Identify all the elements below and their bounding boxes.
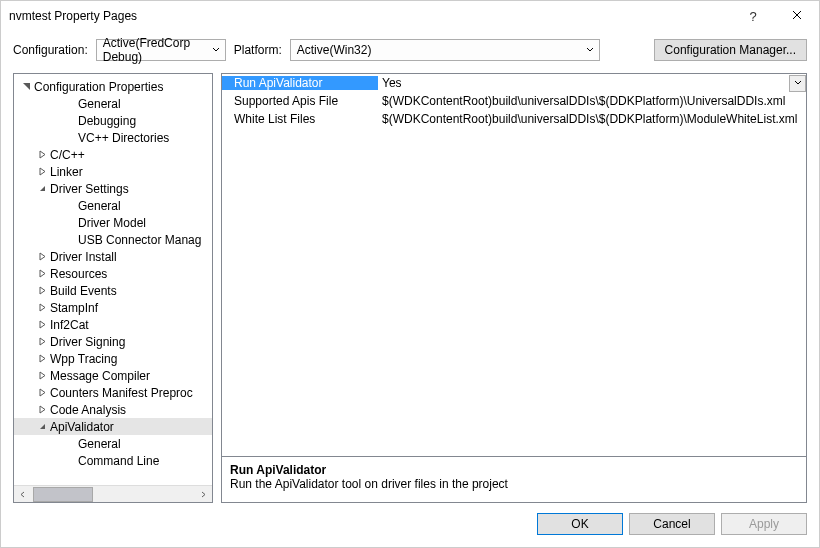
apply-button: Apply — [721, 513, 807, 535]
configuration-value: Active(FredCorp Debug) — [97, 36, 207, 64]
tree-item[interactable]: ApiValidator — [14, 418, 212, 435]
tree-item[interactable]: Driver Install — [14, 248, 212, 265]
tree-root-label: Configuration Properties — [34, 80, 163, 94]
property-value-text: $(WDKContentRoot)build\universalDDIs\$(D… — [382, 94, 785, 108]
configuration-manager-label: Configuration Manager... — [665, 43, 796, 57]
tree-item-label: Wpp Tracing — [50, 352, 117, 366]
tree-item[interactable]: Inf2Cat — [14, 316, 212, 333]
tree-item[interactable]: Linker — [14, 163, 212, 180]
window-title: nvmtest Property Pages — [9, 9, 731, 23]
property-row[interactable]: Supported Apis File$(WDKContentRoot)buil… — [222, 92, 806, 110]
main-area: Configuration Properties GeneralDebuggin… — [1, 69, 819, 503]
tree-item[interactable]: Resources — [14, 265, 212, 282]
tree-item[interactable]: StampInf — [14, 299, 212, 316]
tree-item-label: General — [78, 97, 121, 111]
tree-item[interactable]: Build Events — [14, 282, 212, 299]
tree-item[interactable]: General — [14, 435, 212, 452]
tree-item[interactable]: Counters Manifest Preproc — [14, 384, 212, 401]
tree-item[interactable]: C/C++ — [14, 146, 212, 163]
property-value-text: $(WDKContentRoot)build\universalDDIs\$(D… — [382, 112, 797, 126]
tree[interactable]: Configuration Properties GeneralDebuggin… — [14, 74, 212, 485]
cancel-button[interactable]: Cancel — [629, 513, 715, 535]
tree-root[interactable]: Configuration Properties — [14, 78, 212, 95]
tree-pane: Configuration Properties GeneralDebuggin… — [13, 73, 213, 503]
property-name: Supported Apis File — [222, 94, 378, 108]
tree-item-label: Counters Manifest Preproc — [50, 386, 193, 400]
tree-item[interactable]: Driver Settings — [14, 180, 212, 197]
platform-combo[interactable]: Active(Win32) — [290, 39, 600, 61]
tree-item-label: Resources — [50, 267, 107, 281]
tree-item-label: Driver Settings — [50, 182, 129, 196]
close-icon — [792, 9, 802, 23]
horizontal-scrollbar[interactable] — [14, 485, 212, 502]
property-name: White List Files — [222, 112, 378, 126]
tree-item[interactable]: USB Connector Manag — [14, 231, 212, 248]
triangle-right-icon — [36, 167, 48, 176]
chevron-down-icon — [207, 46, 225, 54]
window: nvmtest Property Pages ? Configuration: … — [0, 0, 820, 548]
property-value-text: Yes — [382, 76, 402, 90]
property-pane: Run ApiValidatorYesSupported Apis File$(… — [221, 73, 807, 503]
property-value[interactable]: $(WDKContentRoot)build\universalDDIs\$(D… — [378, 94, 806, 108]
tree-item-label: Inf2Cat — [50, 318, 89, 332]
tree-item-label: Message Compiler — [50, 369, 150, 383]
tree-item-label: USB Connector Manag — [78, 233, 201, 247]
help-button[interactable]: ? — [731, 1, 775, 31]
triangle-right-icon — [36, 388, 48, 397]
tree-item[interactable]: Driver Signing — [14, 333, 212, 350]
platform-label: Platform: — [234, 43, 282, 57]
tree-item-label: StampInf — [50, 301, 98, 315]
triangle-down-icon — [36, 184, 48, 193]
tree-item-label: Linker — [50, 165, 83, 179]
description-box: Run ApiValidator Run the ApiValidator to… — [222, 456, 806, 502]
configuration-manager-button[interactable]: Configuration Manager... — [654, 39, 807, 61]
ok-button[interactable]: OK — [537, 513, 623, 535]
apply-label: Apply — [749, 517, 779, 531]
triangle-right-icon — [36, 269, 48, 278]
tree-item[interactable]: Wpp Tracing — [14, 350, 212, 367]
close-button[interactable] — [775, 1, 819, 31]
tree-item-label: Driver Install — [50, 250, 117, 264]
property-row[interactable]: White List Files$(WDKContentRoot)build\u… — [222, 110, 806, 128]
property-row[interactable]: Run ApiValidatorYes — [222, 74, 806, 92]
tree-item[interactable]: General — [14, 95, 212, 112]
configuration-combo[interactable]: Active(FredCorp Debug) — [96, 39, 226, 61]
tree-item[interactable]: VC++ Directories — [14, 129, 212, 146]
property-value[interactable]: $(WDKContentRoot)build\universalDDIs\$(D… — [378, 112, 806, 126]
configuration-label: Configuration: — [13, 43, 88, 57]
tree-item-label: General — [78, 437, 121, 451]
tree-item[interactable]: Debugging — [14, 112, 212, 129]
footer: OK Cancel Apply — [1, 503, 819, 547]
tree-item-label: Debugging — [78, 114, 136, 128]
tree-item-label: General — [78, 199, 121, 213]
triangle-down-icon — [20, 82, 32, 91]
tree-item[interactable]: Command Line — [14, 452, 212, 469]
scroll-left-icon[interactable] — [14, 486, 31, 503]
property-grid[interactable]: Run ApiValidatorYesSupported Apis File$(… — [222, 74, 806, 456]
tree-item-label: Build Events — [50, 284, 117, 298]
tree-item[interactable]: Driver Model — [14, 214, 212, 231]
triangle-down-icon — [36, 422, 48, 431]
property-value[interactable]: Yes — [378, 75, 806, 92]
help-icon: ? — [749, 9, 756, 24]
dropdown-button[interactable] — [789, 75, 806, 92]
chevron-down-icon — [794, 79, 802, 87]
description-title: Run ApiValidator — [230, 463, 798, 477]
scrollbar-thumb[interactable] — [33, 487, 93, 502]
description-text: Run the ApiValidator tool on driver file… — [230, 477, 798, 491]
triangle-right-icon — [36, 303, 48, 312]
triangle-right-icon — [36, 252, 48, 261]
tree-item[interactable]: Message Compiler — [14, 367, 212, 384]
scroll-right-icon[interactable] — [195, 486, 212, 503]
tree-item-label: ApiValidator — [50, 420, 114, 434]
titlebar: nvmtest Property Pages ? — [1, 1, 819, 31]
tree-item[interactable]: Code Analysis — [14, 401, 212, 418]
tree-item-label: VC++ Directories — [78, 131, 169, 145]
tree-item-label: C/C++ — [50, 148, 85, 162]
triangle-right-icon — [36, 320, 48, 329]
cancel-label: Cancel — [653, 517, 690, 531]
chevron-down-icon — [581, 46, 599, 54]
property-name: Run ApiValidator — [222, 76, 378, 90]
triangle-right-icon — [36, 354, 48, 363]
tree-item[interactable]: General — [14, 197, 212, 214]
